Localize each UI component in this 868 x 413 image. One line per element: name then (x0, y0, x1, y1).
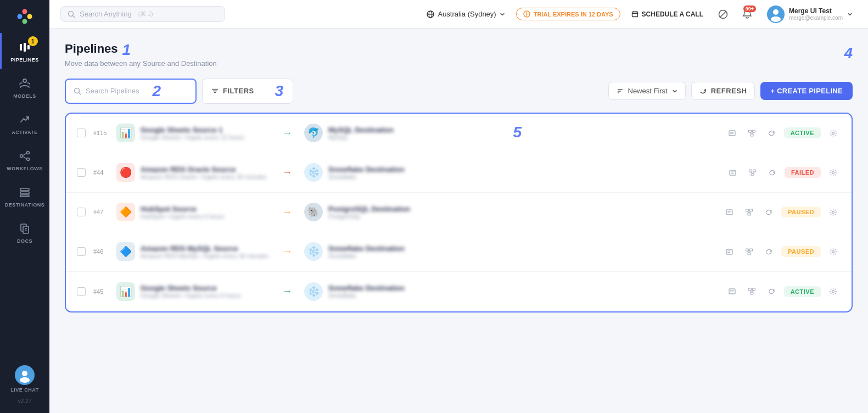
pipeline-arrow-icon: → (282, 206, 292, 218)
trial-badge[interactable]: TRIAL EXPIRES IN 12 DAYS (516, 8, 620, 20)
svg-rect-73 (726, 249, 732, 254)
sidebar-item-docs[interactable]: DOCS (0, 214, 49, 250)
destinations-icon-wrap (17, 185, 32, 200)
trial-text: TRIAL EXPIRES IN 12 DAYS (534, 11, 613, 18)
dest-name: Snowflake Destination (328, 284, 405, 292)
svg-point-36 (773, 9, 779, 15)
logs-icon (728, 287, 736, 295)
create-pipeline-button[interactable]: + CREATE PIPELINE (760, 82, 853, 100)
schema-icon (748, 287, 756, 295)
schedule-call-button[interactable]: SCHEDULE A CALL (627, 8, 708, 20)
svg-rect-87 (751, 292, 753, 294)
pipeline-logs-button[interactable] (722, 204, 737, 220)
sidebar-logo (0, 0, 49, 33)
pipeline-logs-button[interactable] (725, 165, 741, 180)
sidebar-item-workflows[interactable]: WORKFLOWS (0, 142, 49, 178)
pipeline-logs-button[interactable] (722, 244, 737, 259)
app-logo-icon (15, 7, 35, 26)
dest-info: Snowflake Destination Snowflake (328, 165, 405, 180)
search-pipelines-input[interactable]: Search Pipelines 2 (65, 79, 197, 104)
notifications-button[interactable]: 99+ (738, 5, 756, 23)
pipeline-settings-button[interactable] (825, 165, 841, 180)
source-detail: Amazon RDS MySQL • Ingets every 30 minut… (141, 253, 268, 259)
svg-rect-69 (748, 213, 751, 215)
pipeline-row[interactable]: #115 📊 Google Sheets Source 1 Google She… (66, 114, 852, 153)
schema-icon (748, 169, 757, 177)
search-pipelines-placeholder: Search Pipelines (86, 87, 139, 95)
destinations-icon (19, 186, 31, 198)
filter-button[interactable]: FILTERS 3 (202, 79, 293, 104)
sync-icon (768, 287, 776, 295)
pipeline-logs-button[interactable] (725, 284, 740, 299)
source-info: HubSpot Source HubSpot • Ingets every 6 … (141, 205, 224, 220)
global-search[interactable]: Search Anything (⌘ J) (60, 6, 225, 22)
sidebar-label-activate: ACTIVATE (12, 130, 38, 135)
pipeline-sync-button[interactable] (761, 204, 777, 220)
svg-point-90 (832, 291, 834, 293)
refresh-button[interactable]: REFRESH (691, 82, 755, 100)
pipeline-logs-button[interactable] (725, 125, 740, 141)
region-label: Australia (Sydney) (438, 10, 496, 18)
schema-icon (745, 208, 753, 216)
sidebar-item-livechat[interactable]: LIVE CHAT (0, 360, 49, 395)
pipeline-schema-button[interactable] (745, 165, 760, 180)
sort-chevron-icon (672, 88, 677, 94)
pipeline-schema-button[interactable] (742, 244, 757, 259)
svg-rect-67 (746, 209, 749, 211)
search-pipelines-icon (74, 87, 81, 95)
do-not-disturb-button[interactable] (714, 5, 732, 23)
pipeline-arrow-icon: → (282, 167, 292, 178)
row-checkbox[interactable] (77, 287, 86, 296)
source-detail: Google Sheets • Ingets every 6 hours (141, 292, 240, 299)
svg-point-72 (832, 211, 834, 213)
user-email: merge@example.com (789, 15, 843, 21)
logs-icon (725, 248, 733, 256)
sidebar-item-activate[interactable]: ACTIVATE (0, 105, 49, 142)
sidebar-item-pipelines[interactable]: 1 PIPELINES (0, 33, 49, 69)
pipeline-settings-button[interactable] (825, 244, 841, 259)
pipelines-icon-wrap: 1 (17, 40, 32, 55)
row-checkbox[interactable] (77, 129, 86, 137)
pipeline-sync-button[interactable] (765, 165, 780, 180)
pipeline-row[interactable]: #47 🔶 HubSpot Source HubSpot • Ingets ev… (66, 193, 852, 232)
sort-icon (617, 87, 624, 94)
svg-point-63 (832, 171, 834, 174)
svg-point-37 (771, 16, 781, 22)
step-4-label: 4 (844, 44, 853, 62)
dest-block: 🐘 PostgreSQL Destination PostgreSQL (304, 203, 425, 221)
pipeline-settings-button[interactable] (825, 204, 841, 220)
main-area: Search Anything (⌘ J) Australia (Sydney)… (49, 0, 868, 413)
region-selector[interactable]: Australia (Sydney) (422, 8, 509, 20)
pipeline-schema-button[interactable] (744, 284, 760, 299)
pipeline-row[interactable]: #44 🔴 Amazon RDS Oracle Source Amazon RD… (66, 153, 852, 193)
svg-rect-30 (632, 12, 637, 17)
row-id: #45 (93, 288, 109, 295)
dnd-icon (718, 9, 728, 19)
svg-rect-78 (748, 253, 751, 255)
source-detail: Google Sheets • Ingets every 12 hours (141, 134, 244, 141)
pipeline-schema-button[interactable] (744, 125, 760, 141)
pipeline-sync-button[interactable] (764, 125, 780, 141)
sidebar-item-destinations[interactable]: DESTINATIONS (0, 178, 49, 214)
row-checkbox[interactable] (77, 208, 86, 216)
sort-button[interactable]: Newest First (608, 82, 686, 100)
pipeline-row[interactable]: #45 📊 Google Sheets Source Google Sheets… (66, 272, 852, 311)
pipeline-settings-button[interactable] (825, 284, 841, 299)
pipeline-row[interactable]: #46 🔷 Amazon RDS MySQL Source Amazon RDS… (66, 232, 852, 272)
dest-block: ❄️ Snowflake Destination Snowflake (304, 242, 425, 261)
sync-icon (765, 248, 773, 256)
svg-rect-6 (27, 45, 30, 49)
pipeline-sync-button[interactable] (761, 244, 777, 259)
pipeline-sync-button[interactable] (764, 284, 780, 299)
pipeline-schema-button[interactable] (742, 204, 757, 220)
sidebar-item-models[interactable]: MODELS (0, 69, 49, 105)
row-actions: ACTIVE (725, 125, 841, 141)
user-menu[interactable]: Merge UI Test merge@example.com (763, 3, 857, 25)
svg-rect-14 (20, 192, 29, 194)
livechat-avatar-icon (17, 367, 32, 383)
svg-point-20 (22, 371, 27, 376)
pipeline-settings-button[interactable] (825, 125, 841, 141)
row-checkbox[interactable] (77, 247, 86, 256)
user-avatar (767, 5, 785, 23)
row-checkbox[interactable] (77, 168, 86, 177)
